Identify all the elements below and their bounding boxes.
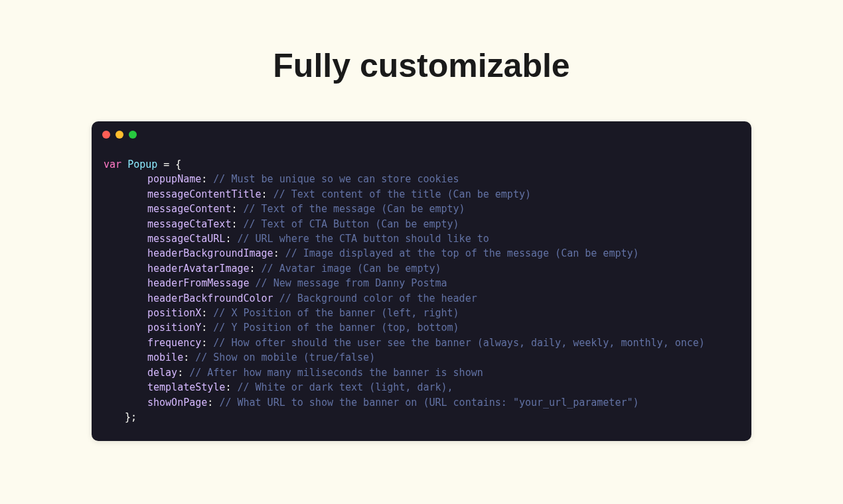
minimize-icon [115, 131, 123, 139]
window-traffic-lights [92, 121, 751, 148]
code-comment: // Avatar image (Can be empty) [262, 263, 441, 275]
code-comment: // Show on mobile (true/false) [195, 351, 375, 363]
code-comment: // White or dark text (light, dark), [237, 381, 453, 393]
code-object-name: Popup [127, 158, 157, 170]
code-comment: // Must be unique so we can store cookie… [213, 173, 459, 185]
code-block: var Popup = { popupName: // Must be uniq… [92, 148, 751, 424]
code-comment: // Text of the message (Can be empty) [244, 203, 465, 215]
code-property: messageCtaURL [147, 233, 225, 245]
code-comment: // What URL to show the banner on (URL c… [219, 397, 639, 409]
code-property: templateStyle [147, 381, 225, 393]
code-comment: // Image displayed at the top of the mes… [285, 247, 639, 259]
code-property: messageContent [147, 203, 231, 215]
code-property: frequency [147, 337, 201, 349]
page-title: Fully customizable [273, 46, 570, 85]
code-property: delay [147, 367, 177, 379]
code-property: headerBackfroundColor [147, 292, 273, 304]
close-icon [102, 131, 110, 139]
code-comment: // X Position of the banner (left, right… [213, 307, 459, 319]
code-comment: // Y Position of the banner (top, bottom… [213, 322, 459, 334]
code-keyword: var [104, 158, 121, 170]
code-property: popupName [147, 173, 201, 185]
code-property: messageCtaText [147, 218, 231, 230]
code-comment: // URL where the CTA button should like … [237, 233, 489, 245]
code-comment: // Background color of the header [279, 292, 477, 304]
code-property: showOnPage [147, 397, 207, 409]
code-property: positionY [147, 322, 201, 334]
maximize-icon [129, 131, 137, 139]
code-property: headerBackgroundImage [147, 247, 273, 259]
code-comment: // After how many miliseconds the banner… [189, 367, 483, 379]
code-property: headerAvatarImage [147, 263, 250, 275]
code-close: }; [125, 411, 137, 423]
code-property: messageContentTitle [147, 188, 262, 200]
code-comment: // How ofter should the user see the ban… [213, 337, 705, 349]
code-comment: // Text of CTA Button (Can be empty) [244, 218, 459, 230]
code-comment: // Text content of the title (Can be emp… [273, 188, 531, 200]
code-window: var Popup = { popupName: // Must be uniq… [92, 121, 751, 441]
code-property: headerFromMessage [147, 277, 250, 289]
code-property: positionX [147, 307, 201, 319]
code-comment: // New message from Danny Postma [256, 277, 447, 289]
code-property: mobile [147, 351, 183, 363]
